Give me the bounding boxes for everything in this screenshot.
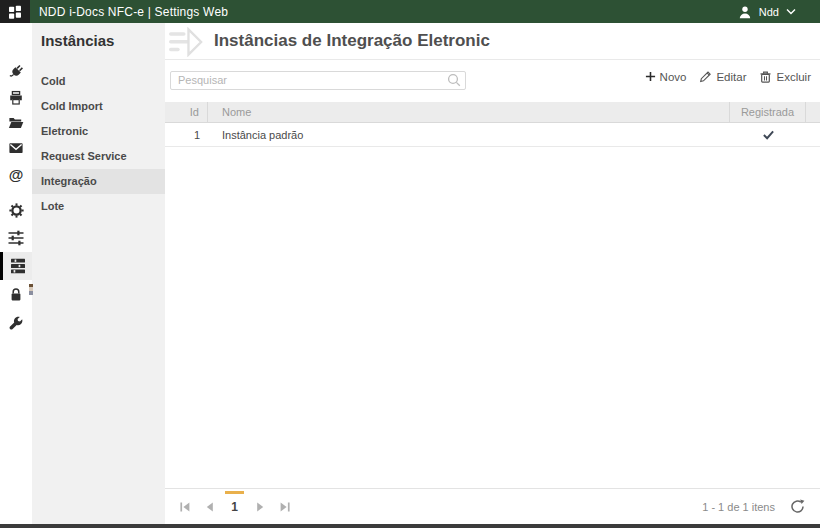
user-name: Ndd xyxy=(759,6,779,18)
sidebar-title: Instâncias xyxy=(32,23,165,56)
delete-button[interactable]: Excluir xyxy=(759,70,811,83)
rail-item-sliders[interactable] xyxy=(0,225,32,251)
first-page-button[interactable] xyxy=(172,495,197,519)
icon-rail: @ xyxy=(0,23,32,524)
bottom-edge-strip xyxy=(0,524,820,528)
user-menu[interactable]: Ndd xyxy=(738,0,796,23)
next-page-button[interactable] xyxy=(247,495,272,519)
top-bar: NDD i-Docs NFC-e | Settings Web Ndd xyxy=(0,0,820,23)
page-title: Instâncias de Integração Eletronic xyxy=(214,31,490,51)
rail-item-printer[interactable] xyxy=(0,85,32,111)
at-icon: @ xyxy=(9,167,24,182)
list-arrow-icon xyxy=(169,27,206,57)
folder-open-icon xyxy=(8,115,24,131)
app-title: NDD i-Docs NFC-e | Settings Web xyxy=(39,5,228,19)
active-page-indicator xyxy=(225,491,244,494)
pagination-bar: 1 1 - 1 de 1 itens xyxy=(165,488,820,524)
window-fragment xyxy=(29,284,33,295)
user-icon xyxy=(738,5,752,19)
pencil-icon xyxy=(699,70,712,83)
rail-item-gear[interactable] xyxy=(0,197,32,223)
data-grid: Id Nome Registrada 1 Instância padrão xyxy=(165,102,820,147)
sidebar-item-lote[interactable]: Lote xyxy=(32,194,165,219)
printer-icon xyxy=(8,90,24,106)
mail-icon xyxy=(8,140,24,156)
chevron-down-icon xyxy=(786,8,796,15)
cell-registrada xyxy=(730,129,806,141)
column-header-spacer xyxy=(806,102,820,122)
rail-item-plug[interactable] xyxy=(0,59,32,85)
rail-item-wrench[interactable] xyxy=(0,310,32,336)
pager-info: 1 - 1 de 1 itens xyxy=(702,501,775,513)
trash-icon xyxy=(759,70,772,83)
plus-icon xyxy=(645,71,656,82)
edit-button[interactable]: Editar xyxy=(699,70,746,83)
grid-icon xyxy=(8,5,22,19)
rail-item-at[interactable]: @ xyxy=(0,161,32,187)
column-header-id[interactable]: Id xyxy=(165,102,208,122)
check-icon xyxy=(762,129,775,141)
last-page-button[interactable] xyxy=(272,495,297,519)
rail-item-rows[interactable] xyxy=(0,252,32,280)
prev-page-button[interactable] xyxy=(197,495,222,519)
delete-button-label: Excluir xyxy=(776,71,811,83)
new-button[interactable]: Novo xyxy=(645,70,687,83)
sidebar-menu: Instâncias Cold Cold Import Eletronic Re… xyxy=(32,23,165,524)
rail-item-folder[interactable] xyxy=(0,110,32,136)
column-header-registrada[interactable]: Registrada xyxy=(730,102,806,122)
refresh-button[interactable] xyxy=(790,499,805,514)
search-icon xyxy=(447,73,461,87)
column-header-nome[interactable]: Nome xyxy=(208,102,730,122)
cell-id: 1 xyxy=(165,129,208,141)
search-input[interactable] xyxy=(170,71,466,90)
plug-icon xyxy=(8,64,24,80)
sidebar-item-cold-import[interactable]: Cold Import xyxy=(32,94,165,119)
page-header: Instâncias de Integração Eletronic xyxy=(165,23,820,60)
sidebar-item-cold[interactable]: Cold xyxy=(32,69,165,94)
table-row[interactable]: 1 Instância padrão xyxy=(165,123,820,147)
rail-item-mail[interactable] xyxy=(0,135,32,161)
sidebar-item-eletronic[interactable]: Eletronic xyxy=(32,119,165,144)
toolbar: Novo Editar xyxy=(165,68,820,98)
sliders-icon xyxy=(8,230,24,246)
sidebar-item-integracao[interactable]: Integração xyxy=(32,169,165,194)
wrench-icon xyxy=(8,315,24,331)
lock-icon xyxy=(8,287,24,303)
new-button-label: Novo xyxy=(660,71,687,83)
cell-nome: Instância padrão xyxy=(208,129,730,141)
sidebar-item-request-service[interactable]: Request Service xyxy=(32,144,165,169)
main-content: Instâncias de Integração Eletronic Novo xyxy=(165,23,820,524)
rows-icon xyxy=(10,258,26,274)
page-number[interactable]: 1 xyxy=(222,495,247,519)
grid-header: Id Nome Registrada xyxy=(165,102,820,123)
gear-icon xyxy=(9,203,24,218)
app-launcher-button[interactable] xyxy=(0,0,30,23)
edit-button-label: Editar xyxy=(716,71,746,83)
rail-item-lock[interactable] xyxy=(0,282,32,308)
